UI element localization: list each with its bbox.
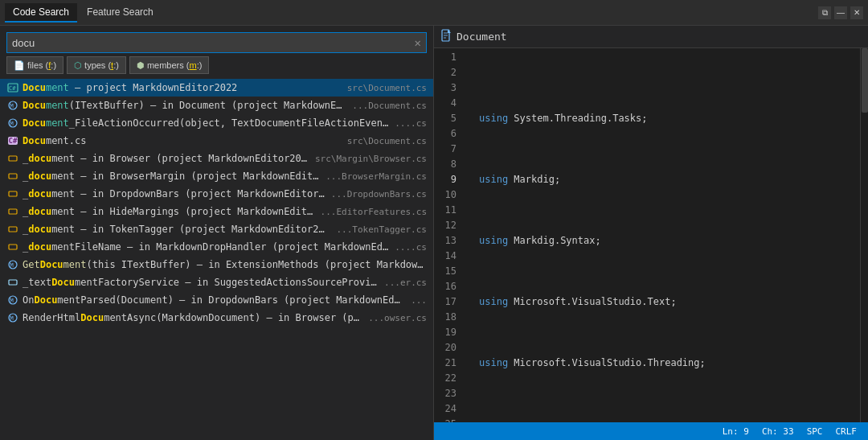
search-bar-container: ✕ [6,32,427,53]
code-text-6 [479,417,485,422]
clear-search-button[interactable]: ✕ [415,36,421,49]
result-path-text: ...owser.cs [368,313,427,323]
result-path-text: ...er.cs [384,278,427,288]
result-name-text: _document — in HideMargings (project Mar… [23,206,314,217]
status-ln[interactable]: Ln: 9 [718,422,754,440]
editor-title-bar: Document [434,26,868,48]
svg-rect-11 [9,245,17,249]
members-filter-icon: ⬢ [137,60,145,71]
status-bar: Ln: 9 Ch: 33 SPC CRLF [434,422,868,440]
filter-files-button[interactable]: 📄 files (f:) [6,56,63,74]
result-icon-field [6,152,19,165]
list-item[interactable]: C# Document.cs src\Document.cs [0,132,433,150]
result-path-text: ...EditorFeatures.cs [321,207,427,217]
result-name-text: _document — in DropdownBars (project Mar… [23,188,325,199]
svg-text:M: M [10,315,14,322]
result-icon-method: M [6,311,19,324]
result-path-text: ...TokenTagger.cs [336,224,427,235]
search-input[interactable] [12,37,415,49]
result-path-text: ....cs [395,242,427,253]
list-item[interactable]: M GetDocument(this ITextBuffer) — in Ext… [0,256,433,273]
filter-members-label: members (m:) [147,60,202,70]
result-path-text: ...Document.cs [352,101,427,111]
result-name-text: RenderHtmlDocumentAsync(MarkdownDocument… [23,312,362,323]
result-name-text: Document_FileActionOccurred(object, Text… [23,117,388,129]
svg-text:M: M [10,103,14,109]
list-item[interactable]: M RenderHtmlDocumentAsync(MarkdownDocume… [0,309,433,327]
tab-feature-search[interactable]: Feature Search [79,3,162,23]
result-path-text: ...DropdownBars.cs [331,189,427,199]
svg-rect-6 [9,156,17,161]
minimize-button[interactable]: — [834,6,847,19]
result-path-text: ... [411,295,427,306]
result-name-text: _documentFileName — in MarkdownDropHandl… [23,241,388,253]
list-item[interactable]: M Document(ITextBuffer) — in Document (p… [0,97,433,114]
result-icon-field [6,241,19,253]
title-bar: Code Search Feature Search ⧉ — ✕ [0,0,868,26]
result-icon-method: M [6,294,19,306]
editor-title-text: Document [457,31,507,43]
window-controls: ⧉ — ✕ [818,6,863,19]
code-line-3: using Markdig.Syntax; [466,233,860,249]
list-item[interactable]: _document — in HideMargings (project Mar… [0,203,433,220]
filter-row: 📄 files (f:) ⬡ types (t:) ⬢ members (m:) [0,56,433,79]
editor-scrollbar[interactable] [860,48,868,422]
result-path-text: src\Margin\Browser.cs [315,154,427,164]
status-encoding[interactable]: SPC [802,422,828,440]
filter-types-button[interactable]: ⬡ types (t:) [67,56,126,74]
code-text-4: using Microsoft.VisualStudio.Text; [479,294,677,310]
svg-text:M: M [10,262,14,269]
code-line-5: using Microsoft.VisualStudio.Threading; [466,356,860,371]
tab-code-search[interactable]: Code Search [5,3,77,23]
result-icon-class: C# [6,81,19,94]
document-icon [440,29,453,44]
list-item[interactable]: M OnDocumentParsed(Document) — in Dropdo… [0,291,433,309]
result-icon-field [6,170,19,183]
result-path-text: src\Document.cs [347,136,427,146]
code-text-2: using Markdig; [479,172,560,187]
status-ch[interactable]: Ch: 33 [757,422,799,440]
status-line-ending[interactable]: CRLF [831,422,862,440]
file-filter-icon: 📄 [14,60,25,71]
list-item[interactable]: _document — in TokenTagger (project Mark… [0,220,433,238]
editor-area[interactable]: 1 2 3 4 5 6 7 8 9 10 11 12 13 14 15 16 1… [434,48,868,422]
filter-members-button[interactable]: ⬢ members (m:) [129,56,209,74]
code-line-4: using Microsoft.VisualStudio.Text; [466,294,860,310]
right-panel: Document 1 2 3 4 5 6 7 8 9 10 11 12 13 1… [434,26,868,440]
list-item[interactable]: C# Document — project MarkdownEditor2022… [0,79,433,97]
restore-button[interactable]: ⧉ [818,6,831,19]
result-name-text: OnDocumentParsed(Document) — in Dropdown… [23,294,404,306]
list-item[interactable]: _document — in DropdownBars (project Mar… [0,185,433,203]
result-name-text: _document — in BrowserMargin (project Ma… [23,171,319,182]
result-icon-field [6,187,19,200]
code-content[interactable]: using System.Threading.Tasks; using Mark… [463,48,860,422]
code-line-6 [466,417,860,422]
code-text-3: using Markdig.Syntax; [479,233,601,249]
list-item[interactable]: _document — in Browser (project Markdown… [0,150,433,167]
result-path-text: ....cs [395,118,427,129]
results-list[interactable]: C# Document — project MarkdownEditor2022… [0,79,433,440]
svg-rect-8 [9,191,17,196]
code-text-1: using System.Threading.Tasks; [479,111,648,126]
svg-text:M: M [10,121,14,127]
code-line-2: using Markdig; [466,172,860,187]
list-item[interactable]: _textDocumentFactoryService — in Suggest… [0,273,433,291]
list-item[interactable]: M Document_FileActionOccurred(object, Te… [0,114,433,132]
result-path-text: src\Document.cs [347,83,427,93]
code-text-5: using Microsoft.VisualStudio.Threading; [479,356,706,371]
types-filter-icon: ⬡ [74,60,82,71]
result-icon-method: M [6,117,19,130]
result-name-text: Document — project MarkdownEditor2022 [23,82,341,93]
close-button[interactable]: ✕ [850,6,863,19]
code-line-1: using System.Threading.Tasks; [466,111,860,126]
result-icon-method: M [6,99,19,112]
list-item[interactable]: _document — in BrowserMargin (project Ma… [0,167,433,185]
result-name-text: Document(ITextBuffer) — in Document (pro… [23,100,346,111]
list-item[interactable]: _documentFileName — in MarkdownDropHandl… [0,238,433,256]
result-icon-prop [6,276,19,289]
svg-rect-9 [9,209,17,214]
scrollbar-thumb[interactable] [862,48,868,113]
result-path-text: ...BrowserMargin.cs [326,171,427,182]
left-panel: ✕ 📄 files (f:) ⬡ types (t:) ⬢ members (m… [0,26,434,440]
filter-files-label: files (f:) [27,60,56,70]
